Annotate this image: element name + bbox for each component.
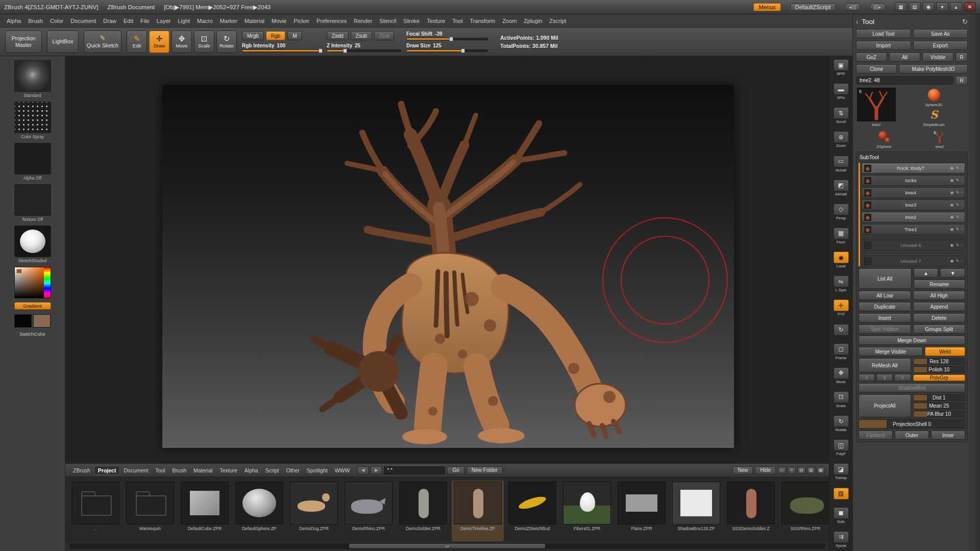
secondary-color-swatch[interactable] — [33, 314, 51, 328]
viewport-tool-button[interactable]: ✛ XYZ — [834, 299, 849, 316]
subtool-toggle-icon[interactable]: ▫ — [961, 179, 963, 183]
menu-item[interactable]: Draw — [100, 14, 120, 27]
dist-slider[interactable]: Dist 1 — [913, 394, 966, 401]
forward-arrow-button[interactable]: ▶ — [371, 466, 382, 474]
polypaint-icon[interactable]: ✎ — [955, 179, 959, 183]
lightbox-tab[interactable]: Material — [190, 466, 216, 474]
shelf-thumbnail[interactable] — [14, 60, 51, 92]
shelf-thumbnail[interactable] — [14, 184, 51, 216]
lightbox-tab[interactable]: Texture — [216, 466, 240, 474]
transform-mode-button[interactable]: ✎ Edit — [127, 31, 147, 53]
lightbox-thumbnail[interactable]: .. — [69, 481, 121, 541]
window-control-icon[interactable]: ▾ — [936, 2, 948, 12]
load-tool-button[interactable]: Load Tool — [856, 29, 911, 38]
projection-shell-slider[interactable]: ProjectionShell 0 — [859, 419, 965, 429]
transform-mode-button[interactable]: ✥ Move — [172, 31, 192, 53]
lightbox-tab[interactable]: Script — [262, 466, 283, 474]
r-button[interactable]: R — [955, 53, 968, 62]
remesh-x-toggle[interactable]: x — [859, 374, 875, 381]
viewport-tool-button[interactable]: ✥ Move — [834, 367, 849, 384]
restore-configuration-icon[interactable]: ↻ — [962, 18, 968, 26]
viewport-tool-button[interactable]: ↻ Rotate — [834, 415, 849, 432]
goz-all-button[interactable]: All — [889, 53, 920, 62]
polypaint-icon[interactable]: ✎ — [955, 166, 959, 170]
color-picker[interactable] — [14, 267, 51, 298]
split-hidden-button[interactable]: Split Hidden — [859, 324, 911, 334]
view-mode-icon[interactable]: ▤ — [797, 467, 805, 474]
pa-blur-slider[interactable]: PA Blur 10 — [913, 411, 966, 417]
projection-master-button[interactable]: Projection Master — [5, 31, 42, 53]
main-color-swatch[interactable] — [14, 314, 32, 328]
lightbox-thumbnail[interactable]: DemoDog.ZPR — [288, 481, 340, 541]
goz-button[interactable]: GoZ — [856, 53, 887, 62]
visibility-eye-icon[interactable]: ◉ — [950, 166, 953, 170]
lightbox-tab[interactable]: ZBrush — [69, 466, 94, 474]
lightbox-thumbnail[interactable]: Mannequin — [124, 481, 176, 541]
viewport-tool-button[interactable]: ◉ Local — [834, 252, 849, 268]
menu-item[interactable]: Texture — [423, 14, 449, 27]
menu-item[interactable]: Movie — [268, 14, 290, 27]
merge-visible-button[interactable]: Merge Visible — [859, 347, 923, 356]
document-canvas[interactable] — [162, 85, 734, 448]
subtool-row[interactable]: Tree1 ◉ ✎ ▫ — [862, 224, 965, 235]
switch-color-button[interactable]: SwitchColor — [19, 331, 45, 337]
lightbox-thumbnail[interactable]: DemoSoldier.ZPR — [397, 481, 449, 541]
menu-item[interactable]: File — [137, 14, 153, 27]
left-tray-toggle-icon[interactable]: ◂||| — [845, 3, 861, 11]
subtool-row[interactable]: Unused 6 ◉ ✎ ▫ — [862, 240, 965, 251]
subtool-row[interactable]: tree2 ◉ ✎ ▫ — [862, 212, 965, 222]
append-button[interactable]: Append — [913, 302, 966, 311]
viewport-tool-button[interactable]: ◩ AAHalf — [834, 180, 849, 196]
lightbox-thumbnail[interactable]: DemoRhino.ZPR — [342, 481, 395, 541]
polygrp-toggle[interactable]: PolyGrp — [913, 374, 966, 381]
viewport-tool-button[interactable]: ◇ Persp — [834, 204, 849, 220]
polypaint-icon[interactable]: ✎ — [955, 243, 959, 247]
gradient-button[interactable]: Gradient — [14, 302, 51, 310]
subtool-toggle-icon[interactable]: ▫ — [961, 203, 963, 207]
draw-size-slider[interactable]: Draw Size 125 — [406, 43, 488, 52]
menu-item[interactable]: Render — [350, 14, 376, 27]
shadowbox-button[interactable]: ShadowBox — [859, 383, 965, 392]
quick-pick-sphere3d[interactable]: Sphere3D — [925, 88, 943, 107]
visibility-eye-icon[interactable]: ◉ — [950, 179, 953, 183]
polypaint-icon[interactable]: ✎ — [955, 228, 959, 232]
lightbox-tab[interactable]: Tool — [152, 466, 168, 474]
default-zscript-button[interactable]: DefaultZScript — [790, 3, 836, 11]
new-button[interactable]: New — [732, 466, 753, 474]
subtool-toggle-icon[interactable]: ▫ — [961, 166, 963, 170]
panel-resize-grip-icon[interactable]: ▴▾ — [445, 543, 449, 549]
quick-pick-simplebrush[interactable]: S SimpleBrush — [923, 108, 945, 127]
tray-collapse-icon[interactable]: ‹ — [856, 18, 858, 26]
lightbox-tab[interactable]: Alpha — [241, 466, 262, 474]
back-arrow-button[interactable]: ◀ — [357, 466, 369, 474]
lightbox-thumbnail[interactable]: ShadowBox128.ZP — [670, 481, 722, 541]
current-tool-thumbnail[interactable]: 6 — [857, 88, 896, 121]
viewport-tool-button[interactable]: ◻ Frame — [834, 343, 849, 360]
viewport-tool-button[interactable]: ⊡ Scale — [834, 391, 849, 408]
viewport-tool-button[interactable]: ◼ Solo — [834, 507, 849, 524]
menu-item[interactable]: Color — [46, 14, 67, 27]
transform-mode-button[interactable]: ↻ Rotate — [216, 31, 237, 53]
view-mode-icon[interactable]: ▦ — [817, 467, 825, 474]
visibility-eye-icon[interactable]: ◉ — [950, 259, 953, 263]
weld-toggle[interactable]: Weld — [925, 347, 965, 356]
shelf-slot[interactable]: Alpha Off — [14, 143, 51, 181]
subtool-toggle-icon[interactable]: ▫ — [961, 215, 963, 219]
window-control-icon[interactable]: ▴ — [950, 2, 962, 12]
all-low-button[interactable]: All Low — [859, 291, 911, 300]
menus-button[interactable]: Menus — [753, 3, 780, 11]
import-button[interactable]: Import — [856, 41, 911, 50]
shelf-slot[interactable]: Color Spray — [14, 102, 51, 139]
quick-pick-zsphere[interactable]: ZSphere — [876, 130, 892, 149]
subtool-toggle-icon[interactable]: ▫ — [961, 243, 963, 247]
lightbox-tab[interactable]: Other — [283, 466, 303, 474]
res-slider[interactable]: Res 128 — [913, 358, 966, 365]
view-mode-icon[interactable]: ▭ — [778, 467, 786, 474]
lightbox-tab[interactable]: Project — [94, 466, 120, 475]
focal-shift-slider[interactable]: Focal Shift -39 — [406, 31, 488, 40]
viewport-tool-button[interactable]: ▨ — [834, 488, 849, 500]
quick-sketch-button[interactable]: ✎ Quick Sketch — [84, 31, 121, 53]
menu-item[interactable]: Alpha — [3, 14, 24, 27]
lightbox-tab[interactable]: Brush — [169, 466, 190, 474]
lightbox-thumbnail[interactable]: DefaultCube.ZPR — [179, 481, 231, 541]
